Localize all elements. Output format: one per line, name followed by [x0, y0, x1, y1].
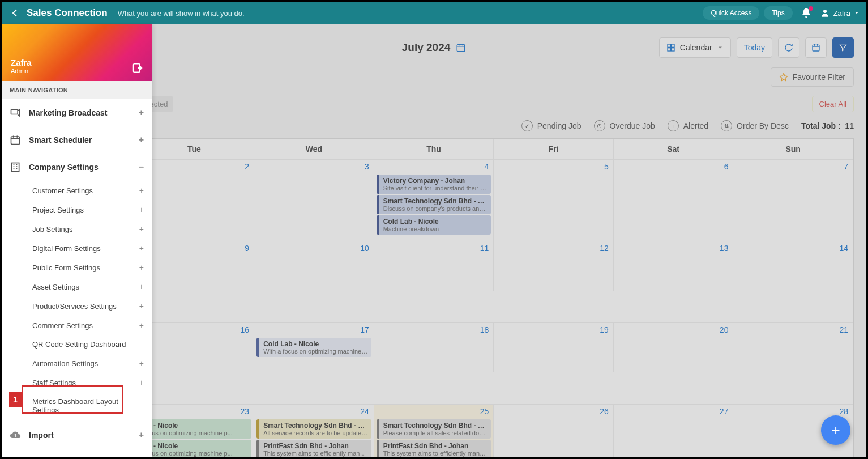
chevron-down-icon	[717, 44, 724, 51]
day-header: Sat	[614, 139, 734, 159]
app-title: Sales Connection	[27, 7, 108, 19]
expand-icon: +	[139, 359, 144, 368]
sub-item-product-services-settings[interactable]: Product/Services Settings+	[2, 296, 152, 316]
nav-company-settings[interactable]: Company Settings−	[2, 154, 152, 181]
calendar-title[interactable]: July 2024	[402, 41, 467, 54]
calendar-event[interactable]: Smart Technology Sdn Bhd - JamesPlease c…	[377, 419, 491, 439]
back-icon[interactable]	[8, 7, 21, 19]
calendar-event[interactable]: ab - Nicolefocus on optimizing machine p…	[137, 440, 252, 457]
calendar-cell[interactable]: 13	[614, 241, 734, 291]
nav-marketing-broadcast[interactable]: Marketing Broadcast+	[2, 99, 152, 126]
day-number: 20	[720, 325, 729, 334]
day-header: Sun	[733, 139, 853, 159]
calendar-cell[interactable]: 20	[614, 322, 734, 372]
calendar-cell[interactable]: 25Smart Technology Sdn Bhd - JamesPlease…	[374, 404, 494, 457]
svg-rect-6	[813, 45, 819, 51]
day-number: 10	[360, 244, 369, 253]
calendar-event[interactable]: Smart Technology Sdn Bhd - JamesDiscuss …	[377, 195, 491, 214]
day-header: Tue	[135, 139, 255, 159]
calendar-cell[interactable]: 27	[614, 404, 734, 457]
calendar-cell[interactable]: 2	[135, 159, 255, 241]
nav-smart-scheduler[interactable]: Smart Scheduler+	[2, 126, 152, 154]
sub-item-asset-settings[interactable]: Asset Settings+	[2, 277, 152, 296]
sub-item-job-settings[interactable]: Job Settings+	[2, 219, 152, 239]
sort-icon: ⇅	[721, 120, 732, 131]
calendar-event[interactable]: Cold Lab - NicoleWith a focus on optimiz…	[256, 338, 371, 357]
calendar-event[interactable]: PrintFast Sdn Bhd - JohanThis system aim…	[377, 440, 491, 457]
calendar-cell[interactable]: 18	[374, 322, 494, 372]
day-number: 28	[839, 407, 848, 416]
pending-job-stat[interactable]: ✓Pending Job	[521, 120, 581, 131]
sidebar-profile: Zafra Admin	[2, 24, 152, 81]
day-number: 13	[720, 244, 729, 253]
overdue-job-stat[interactable]: ⏱Overdue Job	[594, 120, 655, 131]
expand-icon: +	[139, 224, 144, 233]
view-selector[interactable]: Calendar	[659, 37, 731, 58]
profile-role: Admin	[11, 67, 143, 74]
calendar-event[interactable]: Cold Lab - NicoleMachine breakdown	[377, 215, 491, 235]
calendar-event[interactable]: PrintFast Sdn Bhd - JohanThis system aim…	[256, 440, 371, 457]
date-picker-button[interactable]	[805, 37, 827, 58]
calendar-cell[interactable]: 24Smart Technology Sdn Bhd - JamesAll se…	[254, 404, 374, 457]
order-by-stat[interactable]: ⇅Order By Desc	[721, 120, 789, 131]
expand-icon: +	[139, 186, 144, 195]
calendar-cell[interactable]: 11	[374, 241, 494, 291]
expand-icon: +	[139, 135, 144, 145]
calendar-cell[interactable]: 17Cold Lab - NicoleWith a focus on optim…	[254, 322, 374, 372]
user-menu[interactable]: Zafra	[820, 8, 860, 18]
refresh-button[interactable]	[778, 37, 799, 58]
add-fab[interactable]: +	[821, 415, 850, 445]
day-number: 23	[241, 407, 250, 416]
today-button[interactable]: Today	[737, 37, 772, 58]
calendar-cell[interactable]: 23ab - Nicolefocus on optimizing machine…	[135, 404, 255, 457]
alerted-stat[interactable]: iAlerted	[668, 120, 708, 131]
nav-section-label: MAIN NAVIGATION	[2, 81, 152, 99]
sub-item-digital-form-settings[interactable]: Digital Form Settings+	[2, 239, 152, 258]
sub-item-automation-settings[interactable]: Automation Settings+	[2, 354, 152, 373]
day-number: 17	[360, 325, 369, 334]
expand-icon: +	[139, 244, 144, 253]
sub-item-customer-settings[interactable]: Customer Settings+	[2, 181, 152, 200]
day-number: 12	[600, 244, 609, 253]
calendar-cell[interactable]: 7	[733, 159, 853, 241]
quick-access-button[interactable]: Quick Access	[703, 6, 759, 20]
svg-rect-4	[668, 48, 670, 51]
tagline: What you are will show in what you do.	[118, 9, 245, 18]
sub-item-public-form-settings[interactable]: Public Form Settings+	[2, 258, 152, 277]
calendar-cell[interactable]: 10	[254, 241, 374, 291]
calendar-cell[interactable]: 12	[494, 241, 614, 291]
calendar-event[interactable]: Victory Company - JohanSite visit client…	[377, 175, 491, 194]
calendar-cell[interactable]: 5	[494, 159, 614, 241]
day-number: 26	[600, 407, 609, 416]
logout-icon[interactable]	[131, 62, 144, 74]
sub-item-project-settings[interactable]: Project Settings+	[2, 200, 152, 219]
notifications-icon[interactable]	[801, 7, 812, 19]
calendar-event[interactable]: ab - Nicolefocus on optimizing machine p…	[137, 419, 252, 439]
calendar-cell[interactable]: 3	[254, 159, 374, 241]
check-icon: ✓	[521, 120, 533, 131]
nav-import[interactable]: Import+	[2, 422, 152, 449]
tips-button[interactable]: Tips	[764, 6, 792, 20]
calendar-cell[interactable]: 14	[733, 241, 853, 291]
calendar-cell[interactable]: 16	[135, 322, 255, 372]
calendar-cell[interactable]: 6	[614, 159, 734, 241]
svg-rect-2	[668, 44, 670, 47]
filter-button[interactable]	[832, 37, 854, 58]
clear-all-button[interactable]: Clear All	[812, 96, 854, 112]
calendar-event[interactable]: Smart Technology Sdn Bhd - JamesAll serv…	[256, 419, 371, 439]
day-number: 24	[360, 407, 369, 416]
sub-item-qr-code-setting-dashboard[interactable]: QR Code Setting Dashboard	[2, 335, 152, 354]
calendar-icon	[811, 43, 820, 52]
calendar-cell[interactable]: 26	[494, 404, 614, 457]
callout-highlight	[22, 385, 123, 414]
calendar-cell[interactable]: 4Victory Company - JohanSite visit clien…	[374, 159, 494, 241]
day-number: 18	[480, 325, 489, 334]
calendar-cell[interactable]: 19	[494, 322, 614, 372]
calendar-cell[interactable]: 21	[733, 322, 853, 372]
expand-icon: +	[139, 321, 144, 330]
sub-item-comment-settings[interactable]: Comment Settings+	[2, 316, 152, 335]
broadcast-icon	[10, 107, 21, 118]
calendar-cell[interactable]: 9	[135, 241, 255, 291]
info-icon: i	[668, 120, 679, 131]
favourite-filter-button[interactable]: Favourite Filter	[771, 67, 854, 87]
